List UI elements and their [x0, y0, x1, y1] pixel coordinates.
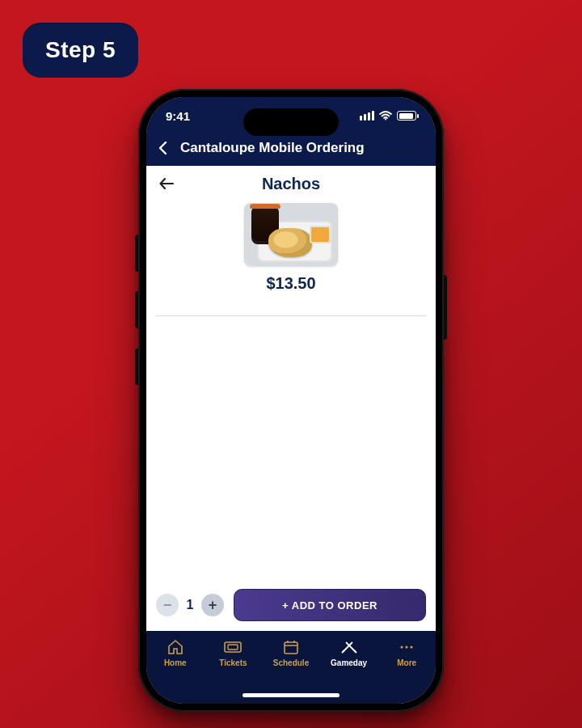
- tab-label: Home: [164, 658, 187, 667]
- tab-bar: Home Tickets Schedule Gameday More: [146, 631, 436, 704]
- calendar-icon: [282, 639, 300, 655]
- step-badge: Step 5: [23, 23, 138, 78]
- gameday-icon: [340, 639, 359, 655]
- svg-rect-3: [228, 645, 238, 650]
- tab-home[interactable]: Home: [146, 639, 205, 667]
- home-icon: [167, 639, 184, 655]
- battery-icon: [397, 111, 416, 121]
- back-chevron-icon[interactable]: [158, 141, 169, 155]
- qty-decrease-button[interactable]: −: [156, 594, 179, 616]
- more-icon: [398, 639, 415, 655]
- divider: [156, 315, 426, 316]
- product-page: Nachos $13.50 − 1 + + ADD: [146, 166, 436, 631]
- product-title: Nachos: [262, 175, 320, 193]
- product-price: $13.50: [266, 274, 315, 293]
- tab-more[interactable]: More: [377, 639, 436, 667]
- qty-increase-button[interactable]: +: [201, 594, 224, 616]
- svg-rect-2: [225, 642, 241, 652]
- app-bar: Cantaloupe Mobile Ordering: [146, 135, 436, 166]
- svg-point-0: [385, 119, 386, 121]
- tab-label: Gameday: [331, 658, 367, 667]
- tab-tickets[interactable]: Tickets: [205, 639, 263, 667]
- tab-label: Tickets: [219, 658, 247, 667]
- add-to-order-button[interactable]: + ADD TO ORDER: [234, 589, 426, 621]
- order-bar: − 1 + + ADD TO ORDER: [146, 579, 436, 631]
- product-block: $13.50: [146, 201, 436, 304]
- tab-label: Schedule: [273, 658, 309, 667]
- app-bar-title: Cantaloupe Mobile Ordering: [180, 140, 365, 156]
- status-time: 9:41: [166, 109, 190, 123]
- svg-point-11: [406, 645, 408, 648]
- product-image: [244, 203, 338, 266]
- phone-frame: 9:41 Cantaloupe Mobile Ordering Nachos: [138, 89, 444, 712]
- tab-schedule[interactable]: Schedule: [262, 639, 320, 667]
- dynamic-island: [243, 108, 339, 136]
- ticket-icon: [223, 639, 242, 655]
- phone-screen: 9:41 Cantaloupe Mobile Ordering Nachos: [146, 97, 436, 704]
- svg-point-12: [411, 645, 413, 648]
- svg-point-10: [401, 645, 403, 648]
- cell-signal-icon: [360, 111, 374, 121]
- tab-label: More: [397, 658, 416, 667]
- quantity-stepper: − 1 +: [156, 594, 224, 616]
- svg-rect-4: [285, 642, 297, 654]
- wifi-icon: [379, 111, 392, 121]
- page-back-arrow-icon[interactable]: [158, 176, 175, 192]
- tab-gameday[interactable]: Gameday: [320, 639, 378, 667]
- home-indicator[interactable]: [242, 693, 340, 697]
- status-indicators: [360, 111, 416, 121]
- page-header: Nachos: [146, 166, 436, 201]
- qty-value: 1: [185, 598, 195, 612]
